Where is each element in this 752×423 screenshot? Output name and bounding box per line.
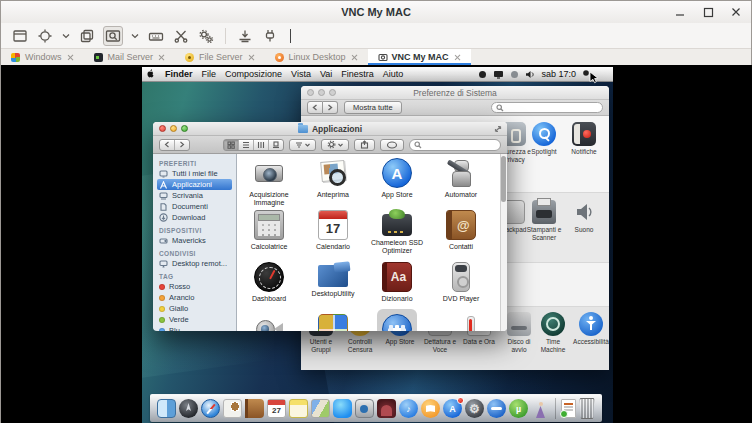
app-item[interactable]: Automator [429, 158, 493, 207]
app-item[interactable]: Acquisizione Immagine [237, 158, 301, 207]
pref-accessibilita[interactable]: Accessibilità [571, 312, 609, 346]
pref-stampanti[interactable]: Stampanti e Scanner [522, 200, 566, 241]
sysprefs-search-input[interactable] [507, 103, 598, 112]
dumbbell-app-icon[interactable] [487, 399, 506, 418]
mail-icon[interactable] [223, 399, 242, 418]
back-icon[interactable] [160, 140, 174, 150]
app-item[interactable] [301, 314, 365, 331]
disconnect-plug-icon[interactable] [261, 27, 279, 45]
finder-icon[interactable] [157, 399, 176, 418]
sidebar-item-tutti-i-miei-file[interactable]: Tutti i miei file [157, 168, 236, 179]
window-titlebar[interactable]: VNC My MAC [1, 1, 751, 24]
scaled-mode-menu-chevron-icon[interactable] [130, 27, 140, 45]
view-switcher[interactable] [223, 139, 284, 151]
share-button[interactable] [354, 139, 375, 151]
keyboard-grab-icon[interactable] [147, 27, 165, 45]
wizard-app-icon[interactable] [531, 399, 550, 418]
column-view-icon[interactable] [253, 140, 268, 150]
finder-nav-buttons[interactable] [159, 139, 190, 151]
tab-vnc-my-mac[interactable]: VNC My MAC [368, 49, 471, 65]
duplicate-connection-icon[interactable] [78, 27, 96, 45]
menu-item-composizione[interactable]: Composizione [225, 69, 282, 79]
tab-close-icon[interactable] [248, 54, 255, 61]
scaled-mode-icon[interactable] [103, 26, 123, 46]
tab-file-server[interactable]: File Server [175, 49, 265, 65]
photo-booth-icon[interactable] [377, 399, 396, 418]
list-view-icon[interactable] [238, 140, 253, 150]
finder-traffic-lights[interactable] [159, 125, 188, 132]
sidebar-item-download[interactable]: Download [157, 212, 236, 223]
pref-suono[interactable]: Suono [562, 200, 606, 234]
expand-window-icon[interactable] [494, 125, 502, 133]
minimize-icon[interactable] [673, 5, 687, 19]
itunes-icon[interactable]: ♪ [399, 399, 418, 418]
sidebar-tag-giallo[interactable]: Giallo [157, 303, 236, 314]
ibooks-icon[interactable] [421, 399, 440, 418]
apple-icon[interactable] [147, 69, 156, 79]
app-item[interactable] [429, 314, 493, 331]
tags-button[interactable] [380, 139, 404, 151]
sidebar-tag-rosso[interactable]: Rosso [157, 281, 236, 292]
app-item[interactable]: 17Calendario [301, 210, 365, 255]
sidebar-item-documenti[interactable]: Documenti [157, 201, 236, 212]
sysprefs-titlebar[interactable]: Preferenze di Sistema [301, 86, 609, 100]
back-icon[interactable] [307, 101, 323, 114]
sysprefs-traffic-lights[interactable] [307, 89, 336, 96]
action-gear-button[interactable] [321, 139, 349, 151]
screenshot-icon[interactable] [236, 27, 254, 45]
maximize-icon[interactable] [701, 5, 715, 19]
minimize-window-icon[interactable] [170, 125, 177, 132]
fit-window-icon[interactable] [36, 27, 54, 45]
forward-icon[interactable] [323, 101, 338, 114]
show-all-button[interactable]: Mostra tutte [344, 101, 402, 114]
close-window-icon[interactable] [159, 125, 166, 132]
fullscreen-icon[interactable] [11, 27, 29, 45]
facetime-icon[interactable] [355, 399, 374, 418]
app-item[interactable]: Dashboard [237, 262, 301, 303]
sidebar-item-scrivania[interactable]: Scrivania [157, 190, 236, 201]
app-item[interactable]: Calcolatrice [237, 210, 301, 255]
document-icon[interactable] [561, 399, 576, 418]
zoom-window-icon[interactable] [181, 125, 188, 132]
app-store-icon[interactable]: A [443, 399, 462, 418]
pref-notifiche[interactable]: Notifiche [562, 122, 606, 156]
menu-item-vai[interactable]: Vai [320, 69, 332, 79]
tab-close-icon[interactable] [454, 54, 461, 61]
menu-item-file[interactable]: File [202, 69, 217, 79]
utorrent-icon[interactable]: µ [509, 399, 528, 418]
tab-close-icon[interactable] [158, 54, 165, 61]
tab-close-icon[interactable] [67, 54, 74, 61]
menubar-clock[interactable]: sab 17:0 [541, 69, 576, 79]
finder-titlebar[interactable]: Applicazioni [153, 122, 507, 136]
icon-view-icon[interactable] [224, 140, 238, 150]
menu-item-vista[interactable]: Vista [291, 69, 311, 79]
app-item[interactable]: DVD Player [429, 262, 493, 303]
tab-close-icon[interactable] [351, 54, 358, 61]
sidebar-item-applicazioni[interactable]: Applicazioni [157, 179, 232, 190]
menu-item-finder[interactable]: Finder [165, 69, 193, 79]
maps-icon[interactable] [311, 399, 330, 418]
system-preferences-icon[interactable]: ⚙ [465, 399, 484, 418]
arrange-button[interactable] [289, 139, 316, 151]
finder-window[interactable]: Applicazioni [153, 122, 507, 330]
volume-icon[interactable] [525, 70, 535, 79]
finder-search-input[interactable] [425, 140, 496, 149]
sidebar-item-desktop-remoto[interactable]: Desktop remot... [157, 258, 236, 269]
scrollbar[interactable] [500, 154, 507, 331]
notes-icon[interactable] [289, 399, 308, 418]
app-item[interactable]: Anteprima [301, 158, 365, 207]
sidebar-tag-blu[interactable]: Blu [157, 325, 236, 331]
app-item[interactable]: DesktopUtility [301, 262, 365, 303]
safari-icon[interactable] [201, 399, 220, 418]
app-item[interactable]: Chameleon SSD Optimizer [365, 210, 429, 255]
trash-icon[interactable] [579, 398, 595, 419]
close-icon[interactable] [729, 5, 743, 19]
pref-spotlight[interactable]: Spotlight [522, 122, 566, 156]
contacts-icon[interactable] [245, 399, 264, 418]
app-item[interactable]: @Contatti [429, 210, 493, 255]
tab-windows[interactable]: Windows [1, 49, 84, 65]
menu-item-aiuto[interactable]: Aiuto [383, 69, 404, 79]
record-dot-icon[interactable] [478, 70, 487, 79]
forward-icon[interactable] [174, 140, 189, 150]
coverflow-view-icon[interactable] [268, 140, 283, 150]
